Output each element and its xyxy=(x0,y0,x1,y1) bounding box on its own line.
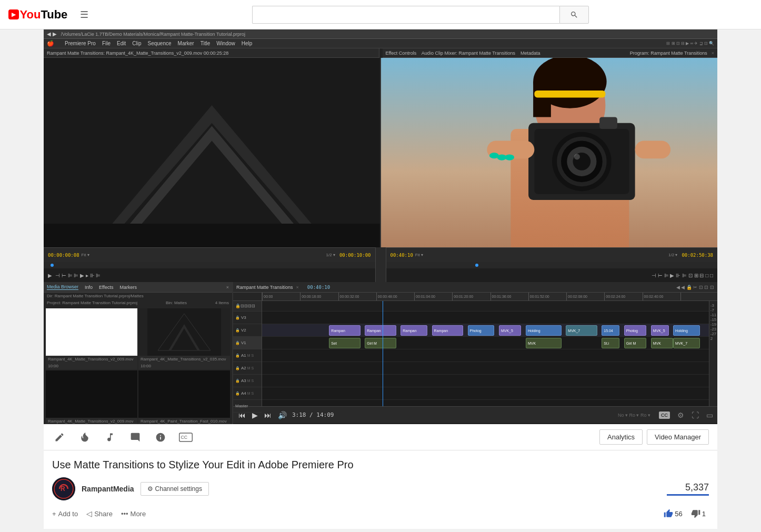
tab-effects[interactable]: Effects xyxy=(99,285,113,290)
media-item-1[interactable]: Rampant_4K_Matte_Transitions_v2_009.mov … xyxy=(46,308,137,369)
channel-avatar[interactable]: R xyxy=(52,477,75,500)
video-manager-button[interactable]: Video Manager xyxy=(647,429,709,445)
search-input[interactable] xyxy=(252,6,559,24)
music-icon[interactable] xyxy=(103,430,117,445)
analytics-button[interactable]: Analytics xyxy=(599,429,643,445)
menu-premiere[interactable]: Premiere Pro xyxy=(65,41,96,46)
cc-button[interactable]: CC xyxy=(659,411,670,419)
clip-v1-2[interactable]: Rampan xyxy=(365,325,396,336)
video-info: Use Matte Transitions to Stylize Your Ed… xyxy=(44,450,717,529)
monitor-label-row: Rampant Matte Transitions: Rampant_4K_Ma… xyxy=(44,48,717,58)
clip-a1-5[interactable]: Girl M xyxy=(624,338,646,348)
channel-name[interactable]: RampantMedia xyxy=(82,485,134,493)
edit-icon[interactable] xyxy=(52,430,67,445)
comment-icon[interactable] xyxy=(128,430,143,445)
clip-v1-8[interactable]: MVK_7 xyxy=(566,325,597,336)
clip-v1-5[interactable]: Photog xyxy=(468,325,495,336)
menu-sequence[interactable]: Sequence xyxy=(148,41,172,46)
project-label: Project: Rampant Matte Transition Tutori… xyxy=(47,300,137,305)
clip-a1-4[interactable]: St.i xyxy=(602,338,619,348)
menu-marker[interactable]: Marker xyxy=(178,41,194,46)
track-label-a1: 🔒A1 M S xyxy=(233,349,262,362)
fullscreen-icon[interactable]: ⛶ xyxy=(692,411,699,419)
more-label: More xyxy=(131,510,146,518)
menu-edit[interactable]: Edit xyxy=(117,41,126,46)
add-to-label: Add to xyxy=(58,510,78,518)
source-scrubber[interactable] xyxy=(44,262,376,268)
view-count-area: 5,337 xyxy=(667,482,709,496)
media-item-3[interactable]: Rampant_4K_Matte_Transitions_v2_009.mov … xyxy=(46,370,137,424)
svg-rect-9 xyxy=(533,82,551,117)
clip-a1-2[interactable]: Girl M xyxy=(365,338,396,348)
clip-a1-1[interactable]: Set xyxy=(329,338,360,348)
tab-media-browser[interactable]: Media Browser xyxy=(47,284,78,290)
media-item-4[interactable]: Rampant_4K_Paint_Transition_Fast_010.mov… xyxy=(138,370,230,424)
menu-clip[interactable]: Clip xyxy=(132,41,141,46)
info-icon[interactable] xyxy=(153,430,168,445)
panel-close[interactable]: × xyxy=(226,285,229,290)
media-grid: Rampant_4K_Matte_Transitions_v2_009.mov … xyxy=(44,306,232,424)
clip-v1-3[interactable]: Rampan xyxy=(400,325,427,336)
tab-markers[interactable]: Markers xyxy=(119,285,137,290)
ruler-mark-0: 00:00 xyxy=(262,293,300,300)
cc-icon[interactable]: CC xyxy=(178,430,193,445)
clip-a1-3[interactable]: MVK xyxy=(526,338,562,348)
settings-icon[interactable]: ⚙ xyxy=(677,411,684,419)
youtube-logo[interactable]: ▶ YouTube xyxy=(8,8,67,22)
panel-header: Media Browser Info Effects Markers × xyxy=(44,282,232,293)
item-count: 4 Items xyxy=(215,300,229,305)
clip-v1-6[interactable]: MVK_5 xyxy=(499,325,521,336)
add-to-button[interactable]: + Add to xyxy=(52,508,78,520)
skip-start-btn[interactable]: ⏮ xyxy=(237,410,247,420)
timeline-panel: Rampant Matte Transitions × 00:40:10 ◀ ◀… xyxy=(233,282,717,424)
svg-rect-4 xyxy=(44,224,380,247)
ruler-mark-1: 00:00:16:00 xyxy=(300,293,338,300)
program-scrubber[interactable] xyxy=(386,262,718,268)
media-thumb-3 xyxy=(46,370,137,418)
media-duration-1: 10:00 xyxy=(46,363,137,369)
tab-info[interactable]: Info xyxy=(85,285,93,290)
menu-help[interactable]: Help xyxy=(242,41,253,46)
theater-icon[interactable]: ▭ xyxy=(706,411,713,419)
clip-v1-7[interactable]: Holding xyxy=(526,325,562,336)
clip-v1-9[interactable]: 15.04 xyxy=(602,325,619,336)
like-dislike-area: 56 1 xyxy=(660,507,709,520)
clip-v1-11[interactable]: MVK_5 xyxy=(651,325,669,336)
more-button[interactable]: ••• More xyxy=(121,508,146,520)
track-label-v1: 🔒V1 xyxy=(233,337,262,349)
clip-a1-7[interactable]: MVK_7 xyxy=(673,338,700,348)
source-controls: 00:00:00:08 Fit ▾ 1/2 ▾ 00:00:10:00 xyxy=(44,247,376,262)
premiere-menu-bar: 🍎 Premiere Pro File Edit Clip Sequence M… xyxy=(44,39,717,48)
menu-window[interactable]: Window xyxy=(216,41,235,46)
clip-v1-10[interactable]: Photog xyxy=(624,325,646,336)
volume-btn[interactable]: 🔊 xyxy=(277,410,288,420)
program-label-bar: Effect Controls Audio Clip Mixer: Rampan… xyxy=(383,48,718,58)
track-label-a4: 🔒A4 M S xyxy=(233,387,262,400)
menu-title[interactable]: Title xyxy=(201,41,211,46)
source-play-btn[interactable]: ▶ xyxy=(48,273,52,278)
ruler-mark-7: 00:01:52:00 xyxy=(528,293,566,300)
hamburger-icon[interactable]: ☰ xyxy=(80,9,88,21)
search-button[interactable] xyxy=(559,6,589,24)
transport-bar: ⏮ ▶ ⏭ 🔊 3:18 / 14:09 No ▾ Ro ▾ Ro ▾ CC ⚙… xyxy=(233,406,717,423)
ruler-marks: 00:00 00:00:16:00 00:00:32:00 00:00:48:0… xyxy=(262,293,717,300)
dislike-button[interactable]: 1 xyxy=(688,507,709,520)
search-container xyxy=(252,6,589,24)
play-btn[interactable]: ▶ xyxy=(251,410,259,420)
timeline-ruler: 00:00 00:00:16:00 00:00:32:00 00:00:48:0… xyxy=(233,293,717,301)
clip-v1-1[interactable]: Rampan xyxy=(329,325,360,336)
clip-v1-4[interactable]: Rampan xyxy=(432,325,463,336)
timeline-scroll[interactable]: -3-7-11-15-19-23-272 xyxy=(709,301,717,406)
program-controls-icons: ⊣ ⊢ ⊫ ▶ ⊪ ⊫ ⊡ ⊞ ⊟ □ □ xyxy=(652,273,713,278)
menu-file[interactable]: File xyxy=(102,41,111,46)
like-button[interactable]: 56 xyxy=(660,507,685,520)
skip-end-btn[interactable]: ⏭ xyxy=(263,410,273,420)
clip-a1-6[interactable]: MVK xyxy=(651,338,673,348)
ruler-mark-11 xyxy=(680,293,717,300)
autofix-icon[interactable] xyxy=(77,430,92,445)
media-item-2[interactable]: Rampant_4K_Matte_Transitions_v2_035.mov … xyxy=(138,308,230,369)
apple-icon: 🍎 xyxy=(47,40,54,47)
channel-settings-button[interactable]: ⚙ Channel settings xyxy=(141,482,209,496)
share-button[interactable]: ◁ Share xyxy=(86,507,113,520)
clip-v1-12[interactable]: Holding xyxy=(673,325,700,336)
